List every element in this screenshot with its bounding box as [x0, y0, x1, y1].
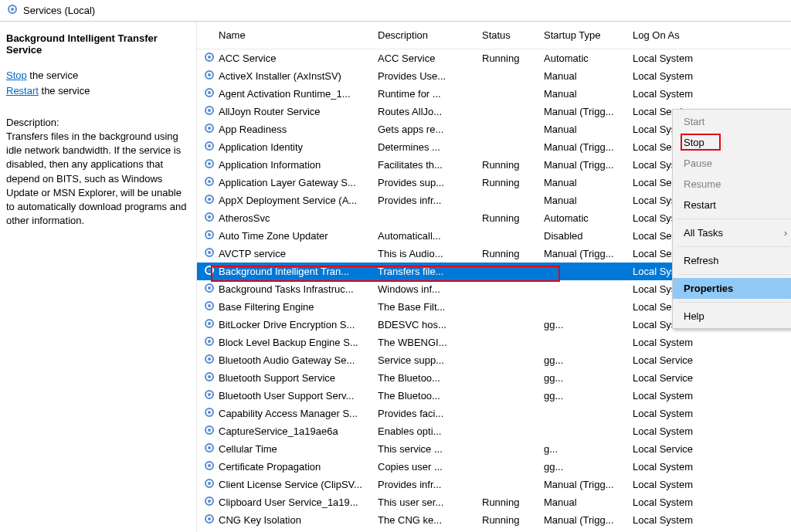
service-logon: Local System — [630, 390, 722, 402]
svg-point-23 — [208, 233, 211, 236]
service-icon — [203, 193, 216, 208]
service-logon: Local System — [630, 408, 722, 419]
service-icon — [203, 317, 216, 332]
col-logon[interactable]: Log On As — [630, 29, 722, 41]
service-name: Background Intelligent Tran... — [219, 266, 349, 277]
svg-point-25 — [208, 251, 211, 254]
service-icon — [203, 424, 216, 439]
table-row[interactable]: Bluetooth User Support Serv...The Blueto… — [197, 387, 791, 405]
svg-point-29 — [208, 286, 211, 290]
service-desc: ACC Service — [375, 53, 479, 64]
service-status: Running — [479, 514, 541, 526]
service-icon — [203, 282, 216, 296]
services-icon — [6, 3, 19, 18]
table-row[interactable]: CNG Key IsolationThe CNG ke...RunningMan… — [197, 511, 791, 529]
table-row[interactable]: Cellular TimeThis service ...g...Local S… — [197, 440, 791, 458]
svg-point-55 — [208, 517, 211, 520]
service-name: AVCTP service — [219, 248, 286, 259]
menu-restart[interactable]: Restart — [673, 195, 791, 215]
table-row[interactable]: CaptureService_1a19ae6aEnables opti...Lo… — [197, 422, 791, 440]
service-icon — [203, 300, 216, 314]
service-logon: Local Service — [630, 354, 722, 366]
col-description[interactable]: Description — [375, 29, 479, 41]
menu-stop[interactable]: Stop — [673, 132, 791, 153]
table-row[interactable]: Clipboard User Service_1a19...This user … — [197, 493, 791, 511]
window-header: Services (Local) — [0, 0, 791, 22]
svg-point-15 — [208, 162, 211, 165]
service-icon — [203, 495, 216, 510]
svg-point-45 — [208, 429, 211, 432]
service-startup: Manual (Trigg... — [541, 514, 630, 526]
col-status[interactable]: Status — [479, 29, 541, 41]
service-startup: gg... — [541, 461, 630, 473]
menu-refresh[interactable]: Refresh — [673, 250, 791, 271]
service-icon — [203, 122, 216, 137]
restart-link[interactable]: Restart — [6, 85, 39, 97]
svg-point-7 — [208, 91, 211, 94]
service-status: Running — [479, 212, 541, 224]
service-name: Auto Time Zone Updater — [219, 230, 328, 242]
service-startup: gg... — [541, 372, 630, 384]
service-desc: The Bluetoo... — [375, 390, 479, 402]
svg-point-49 — [208, 464, 211, 467]
window-title: Services (Local) — [23, 5, 95, 16]
col-name[interactable]: Name — [197, 29, 375, 41]
service-icon — [203, 406, 216, 421]
table-row[interactable]: ActiveX Installer (AxInstSV)Provides Use… — [197, 67, 791, 85]
table-row[interactable]: Block Level Backup Engine S...The WBENGI… — [197, 334, 791, 351]
svg-point-21 — [208, 215, 211, 219]
service-desc: This user ser... — [375, 496, 479, 508]
table-row[interactable]: Capability Access Manager S...Provides f… — [197, 405, 791, 422]
service-icon — [203, 211, 216, 225]
service-name: CNG Key Isolation — [219, 514, 301, 526]
menu-start: Start — [673, 111, 791, 132]
restart-suffix: the service — [39, 85, 90, 97]
service-icon — [203, 264, 216, 279]
svg-point-19 — [208, 198, 211, 201]
svg-point-13 — [208, 144, 211, 147]
service-startup: Disabled — [541, 230, 630, 242]
table-row[interactable]: ACC ServiceACC ServiceRunningAutomaticLo… — [197, 49, 791, 67]
menu-help[interactable]: Help — [673, 306, 791, 327]
service-name: Application Layer Gateway S... — [219, 177, 356, 188]
service-name: Bluetooth Audio Gateway Se... — [219, 354, 355, 366]
svg-point-5 — [208, 73, 211, 76]
service-desc: Enables opti... — [375, 425, 479, 437]
service-startup: Manual (Trigg... — [541, 141, 630, 153]
service-name: AllJoyn Router Service — [219, 106, 321, 117]
svg-point-3 — [208, 56, 211, 59]
table-row[interactable]: Certificate PropagationCopies user ...gg… — [197, 458, 791, 476]
service-actions: Stop the service Restart the service — [6, 68, 190, 98]
menu-all-tasks[interactable]: All Tasks — [673, 222, 791, 243]
service-desc: Service supp... — [375, 354, 479, 366]
service-icon — [203, 175, 216, 190]
service-desc: The WBENGI... — [375, 337, 479, 348]
service-icon — [203, 388, 216, 403]
service-name: Agent Activation Runtime_1... — [219, 88, 351, 100]
service-startup: Manual — [541, 177, 630, 188]
service-desc: The CNG ke... — [375, 514, 479, 526]
service-status: Running — [479, 159, 541, 171]
service-desc: Runtime for ... — [375, 88, 479, 100]
service-startup: Manual — [541, 88, 630, 100]
menu-properties[interactable]: Properties — [673, 278, 791, 299]
service-desc: Transfers file... — [375, 266, 479, 277]
table-row[interactable]: Agent Activation Runtime_1...Runtime for… — [197, 85, 791, 103]
service-name: Background Tasks Infrastruc... — [219, 283, 354, 295]
col-startup[interactable]: Startup Type — [541, 29, 630, 41]
svg-point-35 — [208, 340, 211, 343]
svg-point-37 — [208, 357, 211, 361]
service-name: BitLocker Drive Encryption S... — [219, 319, 355, 330]
service-logon: Local System — [630, 337, 722, 348]
stop-link[interactable]: Stop — [6, 69, 27, 81]
service-status: Running — [479, 496, 541, 508]
svg-point-53 — [208, 500, 211, 503]
table-row[interactable]: Client License Service (ClipSV...Provide… — [197, 476, 791, 493]
service-startup: Automatic — [541, 212, 630, 224]
service-icon — [203, 246, 216, 261]
table-row[interactable]: Bluetooth Audio Gateway Se...Service sup… — [197, 351, 791, 369]
service-name: ACC Service — [219, 53, 276, 64]
service-icon — [203, 104, 216, 119]
service-logon: Local System — [630, 53, 722, 64]
table-row[interactable]: Bluetooth Support ServiceThe Bluetoo...g… — [197, 369, 791, 387]
